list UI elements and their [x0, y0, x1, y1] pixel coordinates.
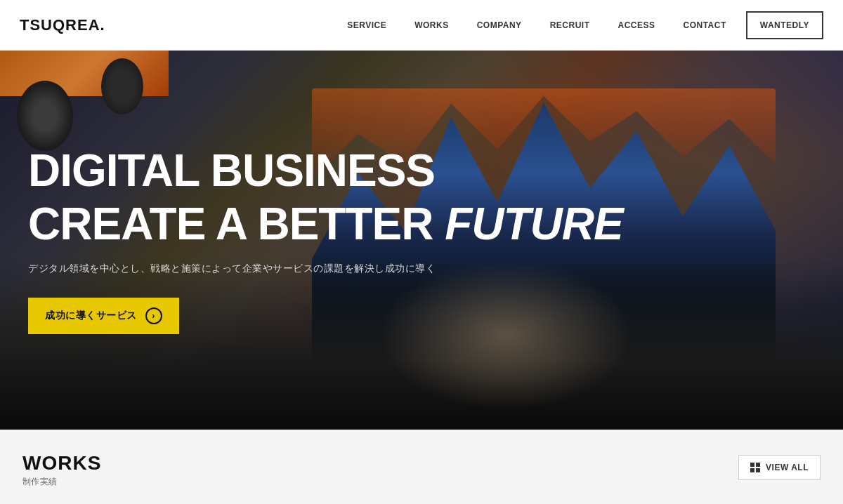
hero-subtitle: デジタル領域を中心とし、戦略と施策によって企業やサービスの課題を解決し成功に導く — [28, 263, 815, 275]
hero-headline-line1: DIGITAL BUSINESS — [28, 146, 815, 195]
nav-access[interactable]: ACCESS — [603, 0, 669, 51]
view-all-button[interactable]: VIEW ALL — [738, 455, 821, 480]
hero-headline-line2: CREATE A BETTER FUTURE — [28, 199, 815, 248]
grid-icon — [750, 463, 760, 472]
hero-section: DIGITAL BUSINESS CREATE A BETTER FUTURE … — [0, 51, 843, 430]
nav-contact[interactable]: CONTACT — [669, 0, 740, 51]
works-section: WORKS 制作実績 VIEW ALL — [0, 430, 843, 504]
site-logo[interactable]: TSUQREA. — [20, 16, 105, 34]
hero-cta-button[interactable]: 成功に導くサービス › — [28, 298, 179, 334]
nav-recruit[interactable]: RECRUIT — [536, 0, 604, 51]
nav-service[interactable]: SERVICE — [333, 0, 400, 51]
works-title: WORKS — [22, 452, 101, 475]
hero-headline-line2-normal: CREATE A BETTER — [28, 199, 445, 249]
nav-wantedly-button[interactable]: WANTEDLY — [746, 11, 823, 39]
hero-content: DIGITAL BUSINESS CREATE A BETTER FUTURE … — [0, 51, 843, 430]
hero-cta-label: 成功に導くサービス — [45, 310, 137, 322]
works-subtitle: 制作実績 — [22, 476, 101, 488]
main-nav: SERVICE WORKS COMPANY RECRUIT ACCESS CON… — [333, 0, 823, 51]
nav-works[interactable]: WORKS — [400, 0, 463, 51]
hero-headline-line2-highlight: FUTURE — [445, 199, 623, 249]
nav-company[interactable]: COMPANY — [463, 0, 536, 51]
hero-cta-arrow-icon: › — [145, 307, 162, 324]
site-header: TSUQREA. SERVICE WORKS COMPANY RECRUIT A… — [0, 0, 843, 51]
view-all-label: VIEW ALL — [766, 463, 809, 472]
works-title-block: WORKS 制作実績 — [22, 452, 101, 488]
